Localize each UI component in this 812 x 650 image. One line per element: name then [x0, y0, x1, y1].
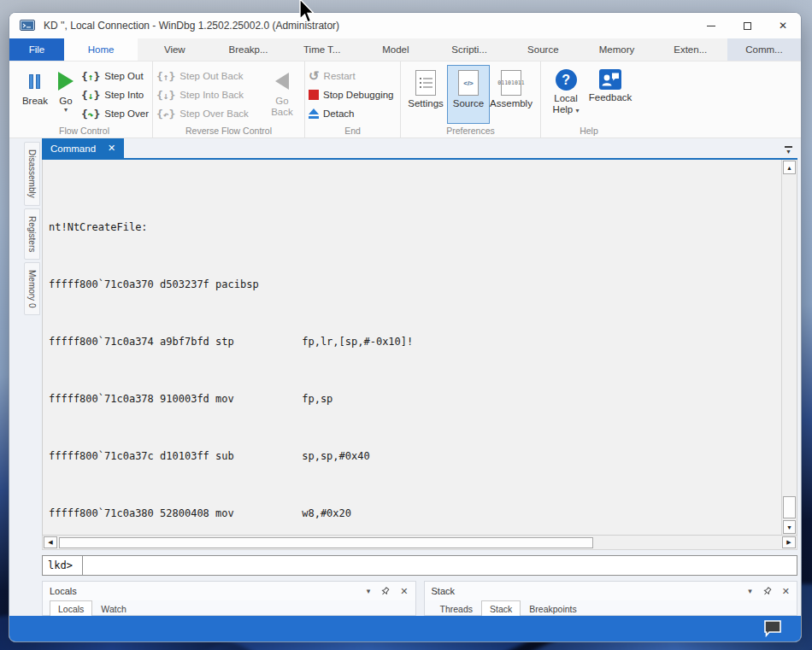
go-button[interactable]: Go ▾ — [50, 65, 81, 124]
scroll-down-button[interactable]: ▼ — [783, 520, 796, 534]
step-over-button[interactable]: {↷} Step Over — [81, 104, 149, 123]
scroll-down-icon: ▼ — [786, 524, 792, 530]
break-button[interactable]: Break — [20, 65, 50, 124]
horizontal-scroll-thumb[interactable] — [59, 537, 593, 548]
dock-menu-button[interactable]: ▼ — [785, 146, 792, 155]
step-out-icon: {↑} — [81, 70, 100, 83]
locals-panel-tabs: Locals Watch — [43, 600, 415, 616]
restart-button[interactable]: ↺ Restart — [309, 67, 393, 85]
panel-tab[interactable]: Stack — [481, 600, 521, 616]
panel-dropdown-icon[interactable]: ▾ — [748, 587, 752, 595]
ribbon-tab[interactable]: Scripti... — [432, 38, 506, 61]
scroll-right-button[interactable]: ▶ — [782, 536, 796, 548]
ribbon: Break Go ▾ {↑} Step Out {↓} Step Into {↷… — [9, 61, 801, 138]
go-back-button[interactable]: GoBack — [263, 65, 301, 124]
panel-tab[interactable]: Breakpoints — [521, 600, 585, 616]
scroll-right-icon: ▶ — [786, 539, 791, 546]
vertical-scroll-thumb[interactable] — [783, 496, 796, 518]
horizontal-scrollbar[interactable]: ◀ ▶ — [42, 536, 797, 550]
ribbon-tab[interactable]: Memory — [580, 38, 653, 61]
feedback-bubble-icon[interactable] — [762, 619, 783, 638]
command-tab-label: Command — [50, 143, 96, 154]
pin-icon[interactable] — [380, 587, 390, 596]
mouse-cursor — [294, 0, 315, 26]
windbg-window: KD '', Local Connection - WinDbg 1.2502.… — [9, 12, 802, 642]
detach-button[interactable]: Detach — [309, 104, 393, 123]
stack-panel-header: Stack ▾ ✕ — [425, 582, 797, 600]
go-dropdown-icon[interactable]: ▾ — [64, 107, 68, 114]
restart-icon: ↺ — [309, 68, 320, 84]
docked-window-tab[interactable]: Memory 0 — [24, 262, 40, 315]
vertical-scrollbar[interactable]: ▲ ▼ — [781, 160, 797, 535]
feedback-button[interactable]: Feedback — [587, 65, 633, 124]
stack-panel-tabs: Threads Stack Breakpoints — [425, 600, 797, 616]
ribbon-tab[interactable]: Home — [64, 38, 138, 61]
group-label: Preferences — [401, 126, 540, 136]
panel-title: Locals — [50, 586, 77, 596]
pin-icon[interactable] — [762, 587, 772, 596]
step-over-back-button[interactable]: {↶} Step Over Back — [156, 104, 249, 123]
status-bar — [9, 616, 801, 641]
output-line: fffff800`71c0a380 52800408 mov w8,#0x20 — [49, 507, 781, 521]
ribbon-tab[interactable]: Comm... — [727, 38, 801, 61]
minimize-icon — [707, 26, 715, 26]
scroll-up-button[interactable]: ▲ — [783, 161, 796, 174]
panel-tab[interactable]: Threads — [432, 600, 482, 616]
settings-button[interactable]: Settings — [404, 65, 447, 124]
feedback-icon — [599, 69, 621, 90]
output-line: nt!NtCreateFile: — [49, 220, 781, 235]
step-buttons: {↑} Step Out {↓} Step Into {↷} Step Over — [81, 65, 149, 124]
source-button[interactable]: </> Source — [447, 65, 490, 124]
close-icon: ✕ — [779, 20, 787, 32]
step-over-icon: {↷} — [81, 108, 100, 120]
scroll-left-button[interactable]: ◀ — [44, 536, 57, 548]
command-output[interactable]: nt!NtCreateFile: fffff800`71c0a370 d5032… — [43, 160, 781, 535]
pause-icon — [29, 74, 40, 89]
step-out-button[interactable]: {↑} Step Out — [81, 67, 149, 85]
title-bar: KD '', Local Connection - WinDbg 1.2502.… — [9, 13, 801, 38]
panel-dropdown-icon[interactable]: ▾ — [367, 587, 371, 595]
ribbon-tab[interactable]: Time T... — [285, 38, 359, 61]
panel-close-icon[interactable]: ✕ — [400, 586, 408, 597]
tab-command[interactable]: Command ✕ — [42, 138, 124, 158]
assembly-button[interactable]: 01101011 Assembly — [490, 65, 533, 124]
ribbon-tab[interactable]: Source — [506, 38, 580, 61]
ribbon-tab[interactable]: Breakp... — [211, 38, 285, 61]
group-end: ↺ Restart Stop Debugging Detach End — [305, 61, 401, 138]
command-window: Command ✕ ▼ nt!NtCreateFile: fffff800`71… — [42, 138, 801, 616]
docked-window-tab[interactable]: Registers — [24, 208, 40, 260]
ribbon-tab[interactable]: Model — [359, 38, 432, 61]
panel-tab[interactable]: Locals — [50, 600, 92, 616]
ribbon-tab[interactable]: Exten... — [654, 38, 727, 61]
stop-icon — [309, 90, 319, 100]
group-reverse-flow-control: {↑} Step Out Back {↓} Step Into Back {↶}… — [153, 61, 305, 138]
close-button[interactable]: ✕ — [765, 13, 801, 38]
step-over-back-icon: {↶} — [156, 108, 175, 120]
ribbon-tab[interactable]: View — [138, 38, 211, 61]
local-help-button[interactable]: ? LocalHelp ▾ — [544, 65, 587, 124]
step-into-icon: {↓} — [81, 89, 100, 102]
docked-window-tab[interactable]: Disassembly — [24, 142, 40, 206]
ribbon-tab[interactable]: File — [9, 38, 64, 61]
step-into-button[interactable]: {↓} Step Into — [81, 85, 149, 104]
step-out-back-button[interactable]: {↑} Step Out Back — [156, 67, 249, 85]
output-line: fffff800`71c0a370 d503237f pacibsp — [49, 278, 781, 292]
command-input[interactable] — [83, 555, 797, 576]
step-into-back-button[interactable]: {↓} Step Into Back — [156, 85, 249, 104]
docked-tab-strip: Disassembly Registers Memory 0 — [9, 138, 42, 616]
bottom-panels: Locals ▾ ✕ Locals Watch — [42, 581, 797, 616]
tab-close-icon[interactable]: ✕ — [108, 143, 115, 154]
maximize-button[interactable] — [729, 13, 765, 38]
group-label: End — [305, 126, 400, 136]
output-line: fffff800`71c0a378 910003fd mov fp,sp — [49, 392, 781, 407]
minimize-button[interactable] — [693, 13, 729, 38]
panel-tab[interactable]: Watch — [92, 600, 134, 616]
command-output-area: nt!NtCreateFile: fffff800`71c0a370 d5032… — [42, 160, 797, 536]
stop-debugging-button[interactable]: Stop Debugging — [309, 85, 393, 104]
prompt-label: lkd> — [42, 555, 83, 576]
play-icon — [58, 72, 74, 91]
help-dropdown-icon: ▾ — [575, 107, 579, 114]
panel-close-icon[interactable]: ✕ — [782, 586, 790, 597]
step-out-back-icon: {↑} — [156, 70, 175, 83]
assembly-icon: 01101011 — [501, 70, 521, 96]
